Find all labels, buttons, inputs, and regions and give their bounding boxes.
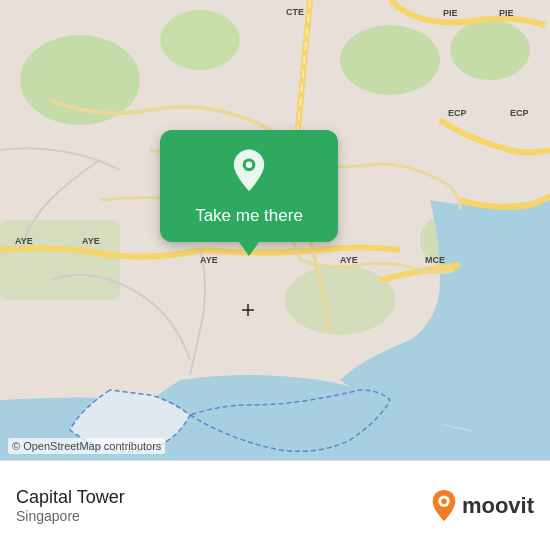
svg-text:AYE: AYE [340,255,358,265]
svg-text:AYE: AYE [82,236,100,246]
svg-point-7 [420,210,500,270]
svg-point-25 [441,498,447,504]
svg-text:PIE: PIE [443,8,458,18]
svg-point-6 [285,265,395,335]
svg-text:ECP: ECP [448,108,467,118]
moovit-pin-icon [430,489,458,523]
svg-rect-5 [0,220,120,300]
location-name: Capital Tower [16,487,125,508]
svg-point-3 [340,25,440,95]
svg-text:PIE: PIE [499,8,514,18]
svg-text:MCE: MCE [425,255,445,265]
bottom-bar: Capital Tower Singapore moovit [0,460,550,550]
svg-text:ECP: ECP [510,108,529,118]
svg-text:AYE: AYE [15,236,33,246]
svg-text:CTE: CTE [286,7,304,17]
svg-point-23 [246,162,252,168]
take-me-there-label: Take me there [195,206,303,226]
moovit-brand-text: moovit [462,493,534,519]
map-container: CTE PIE PIE ECP ECP AYE AYE AYE AYE MCE … [0,0,550,550]
location-info: Capital Tower Singapore [16,487,125,524]
map-attribution: © OpenStreetMap contributors [8,438,165,454]
moovit-logo: moovit [430,489,534,523]
location-sub: Singapore [16,508,125,524]
location-pin-icon [225,148,273,196]
popup-card[interactable]: Take me there [160,130,338,242]
svg-text:AYE: AYE [200,255,218,265]
svg-point-2 [160,10,240,70]
svg-point-1 [20,35,140,125]
svg-point-4 [450,20,530,80]
